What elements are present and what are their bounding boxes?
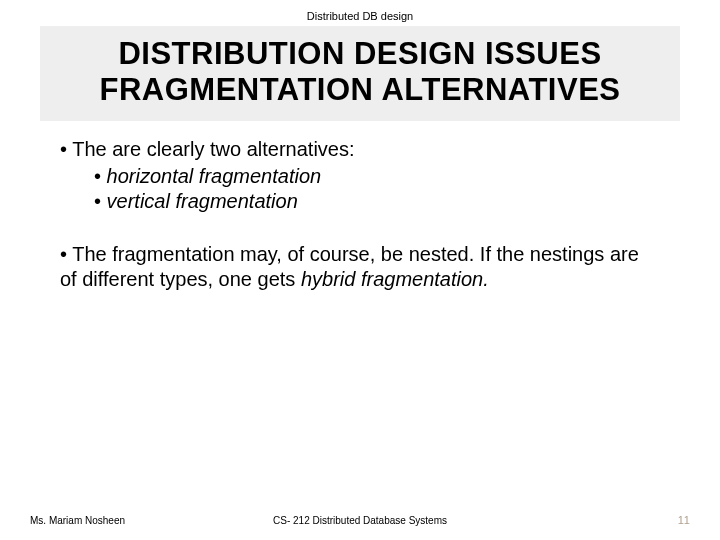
bullet-text: vertical fragmentation [107, 190, 298, 212]
slide-title: DISTRIBUTION DESIGN ISSUES FRAGMENTATION… [60, 36, 660, 107]
slide-footer: Ms. Mariam Nosheen CS- 212 Distributed D… [0, 514, 720, 526]
header-label: Distributed DB design [0, 0, 720, 26]
bullet-marker: • [94, 165, 107, 187]
bullet-text: horizontal fragmentation [107, 165, 322, 187]
bullet-horizontal: • horizontal fragmentation [60, 164, 660, 189]
footer-page-number: 11 [678, 514, 690, 526]
bullet-marker: • [94, 190, 107, 212]
footer-author: Ms. Mariam Nosheen [30, 515, 125, 526]
slide-title-box: DISTRIBUTION DESIGN ISSUES FRAGMENTATION… [40, 26, 680, 121]
bullet-nested: • The fragmentation may, of course, be n… [60, 242, 660, 292]
title-line-2: FRAGMENTATION ALTERNATIVES [99, 72, 620, 107]
bullet-vertical: • vertical fragmentation [60, 189, 660, 214]
title-line-1: DISTRIBUTION DESIGN ISSUES [118, 36, 601, 71]
bullet-text-italic: hybrid fragmentation. [301, 268, 489, 290]
bullet-alternatives: • The are clearly two alternatives: [60, 137, 660, 162]
slide-content: • The are clearly two alternatives: • ho… [0, 121, 720, 292]
footer-course: CS- 212 Distributed Database Systems [273, 515, 447, 526]
